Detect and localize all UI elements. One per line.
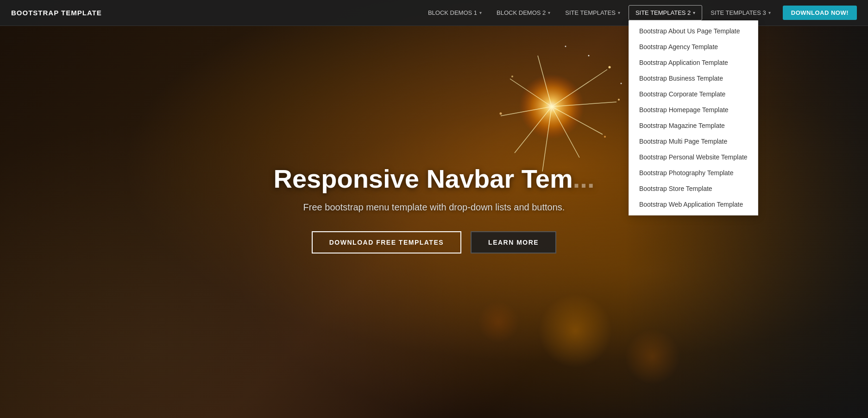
hero-title: Responsive Navbar Tem...	[273, 165, 594, 193]
hero-buttons: DOWNLOAD FREE TEMPLATES LEARN MORE	[273, 231, 594, 253]
dropdown-item-business[interactable]: Bootstrap Business Template	[629, 70, 758, 86]
nav-item-block-demos-2: BLOCK DEMOS 2 ▾	[490, 6, 557, 20]
nav-link-site-templates-2[interactable]: SITE TEMPLATES 2 ▾	[629, 5, 702, 20]
dropdown-item-store[interactable]: Bootstrap Store Template	[629, 181, 758, 196]
caret-icon: ▾	[768, 10, 771, 15]
nav-item-site-templates-2: SITE TEMPLATES 2 ▾ Bootstrap About Us Pa…	[629, 5, 702, 20]
navbar: BOOTSTRAP TEMPLATE BLOCK DEMOS 1 ▾ BLOCK…	[0, 0, 868, 26]
caret-icon: ▾	[479, 10, 482, 15]
dropdown-item-photography[interactable]: Bootstrap Photography Template	[629, 165, 758, 181]
dropdown-item-multi-page[interactable]: Bootstrap Multi Page Template	[629, 133, 758, 149]
nav-link-block-demos-1[interactable]: BLOCK DEMOS 1 ▾	[421, 6, 488, 20]
nav-item-block-demos-1: BLOCK DEMOS 1 ▾	[421, 6, 488, 20]
nav-link-site-templates[interactable]: SITE TEMPLATES ▾	[559, 6, 627, 20]
dropdown-item-homepage[interactable]: Bootstrap Homepage Template	[629, 102, 758, 118]
caret-icon: ▾	[618, 10, 620, 15]
nav-link-block-demos-2[interactable]: BLOCK DEMOS 2 ▾	[490, 6, 557, 20]
hero-content: Responsive Navbar Tem... Free bootstrap …	[264, 165, 604, 254]
hero-subtitle: Free bootstrap menu template with drop-d…	[273, 202, 594, 213]
site-templates-2-dropdown: Bootstrap About Us Page Template Bootstr…	[629, 20, 758, 215]
dropdown-item-application[interactable]: Bootstrap Application Template	[629, 55, 758, 70]
dropdown-item-personal[interactable]: Bootstrap Personal Website Template	[629, 149, 758, 165]
nav-link-site-templates-3[interactable]: SITE TEMPLATES 3 ▾	[704, 6, 777, 20]
nav-brand: BOOTSTRAP TEMPLATE	[11, 9, 102, 17]
dropdown-item-web-app[interactable]: Bootstrap Web Application Template	[629, 196, 758, 212]
caret-icon: ▾	[693, 10, 695, 15]
dropdown-item-magazine[interactable]: Bootstrap Magazine Template	[629, 118, 758, 133]
download-templates-button[interactable]: DOWNLOAD FREE TEMPLATES	[312, 231, 461, 253]
nav-item-site-templates-3: SITE TEMPLATES 3 ▾	[704, 6, 777, 20]
dropdown-item-agency[interactable]: Bootstrap Agency Template	[629, 39, 758, 55]
download-now-button[interactable]: DOWNLOAD NOW!	[783, 6, 857, 20]
dropdown-item-about-us[interactable]: Bootstrap About Us Page Template	[629, 23, 758, 39]
nav-item-site-templates: SITE TEMPLATES ▾	[559, 6, 627, 20]
nav-links: BLOCK DEMOS 1 ▾ BLOCK DEMOS 2 ▾ SITE TEM…	[421, 5, 857, 20]
dropdown-item-corporate[interactable]: Bootstrap Corporate Template	[629, 86, 758, 102]
caret-icon: ▾	[548, 10, 550, 15]
learn-more-button[interactable]: LEARN MORE	[471, 231, 556, 253]
